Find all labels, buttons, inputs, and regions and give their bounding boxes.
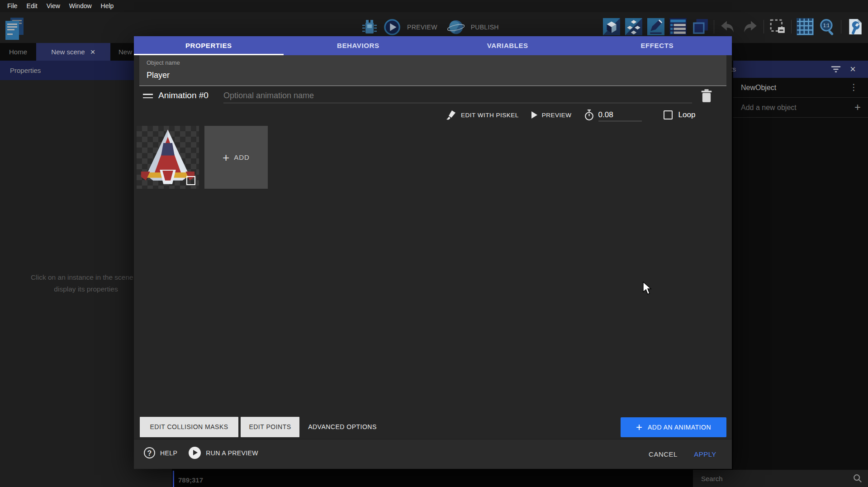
search-input[interactable] <box>701 473 837 484</box>
add-frame-label: ADD <box>234 153 250 161</box>
tab-behaviors[interactable]: BEHAVIORS <box>284 36 433 55</box>
more-vertical-icon[interactable]: ⋮ <box>849 82 858 92</box>
publish-label[interactable]: PUBLISH <box>471 24 499 31</box>
redo-icon[interactable] <box>741 18 759 35</box>
object-name-label: Object name <box>147 59 180 66</box>
objects-search-bar <box>693 470 868 487</box>
cursor-coordinates: 789;317 <box>178 476 203 484</box>
canvas-edge-accent <box>173 471 174 487</box>
close-tab-icon[interactable]: × <box>90 48 95 56</box>
run-preview-icon[interactable] <box>189 447 201 459</box>
object-name: NewObject <box>741 78 776 98</box>
object-editor-dialog: PROPERTIES BEHAVIORS VARIABLES EFFECTS O… <box>134 36 732 469</box>
dialog-tab-bar: PROPERTIES BEHAVIORS VARIABLES EFFECTS <box>134 36 732 55</box>
add-an-animation-button[interactable]: + ADD AN ANIMATION <box>621 417 726 437</box>
animation-title: Animation #0 <box>158 91 209 100</box>
plus-icon[interactable]: + <box>854 101 861 114</box>
tab-new-scene-label: New scene <box>51 43 85 61</box>
objects-panel-header: Objects × <box>733 61 868 78</box>
project-manager-icon[interactable] <box>4 17 25 41</box>
preview-label[interactable]: PREVIEW <box>407 24 437 31</box>
plus-icon: + <box>223 152 229 163</box>
edit-scene-pencil-icon[interactable] <box>647 18 664 35</box>
toolbar-separator <box>714 20 714 33</box>
drag-handle-icon[interactable] <box>143 94 153 100</box>
publish-icon[interactable] <box>447 19 465 36</box>
add-new-object-row[interactable]: Add a new object + <box>733 98 868 118</box>
tab-properties[interactable]: PROPERTIES <box>134 36 284 55</box>
menu-window[interactable]: Window <box>65 0 96 12</box>
dialog-footer: ? HELP RUN A PREVIEW CANCEL APPLY <box>134 439 732 469</box>
animation-preview-button[interactable]: PREVIEW <box>542 112 572 119</box>
trash-icon[interactable] <box>700 89 713 103</box>
sprite-frame-thumbnail[interactable] <box>137 126 199 189</box>
animation-name-input[interactable] <box>223 89 692 103</box>
menu-bar: File Edit View Window Help <box>0 0 868 12</box>
apply-button[interactable]: APPLY <box>689 448 721 461</box>
grid-icon[interactable] <box>797 18 814 35</box>
object-name-field: Object name <box>139 55 726 86</box>
debug-icon[interactable] <box>362 19 377 35</box>
stopwatch-icon <box>583 109 595 121</box>
menu-edit[interactable]: Edit <box>22 0 42 12</box>
tab-variables[interactable]: VARIABLES <box>433 36 583 55</box>
help-icon[interactable]: ? <box>144 447 155 458</box>
play-icon <box>531 111 537 119</box>
advanced-options-button[interactable]: ADVANCED OPTIONS <box>299 417 385 437</box>
filter-icon[interactable] <box>831 66 841 73</box>
menu-file[interactable]: File <box>3 0 22 12</box>
objects-panel: Objects × NewObject ⋮ Add a new object + <box>733 61 868 487</box>
help-button[interactable]: HELP <box>160 449 177 457</box>
animation-controls-row: EDIT WITH PISKEL PREVIEW Loop <box>446 107 695 123</box>
menu-view[interactable]: View <box>42 0 65 12</box>
animation-header-row: Animation #0 <box>134 86 732 109</box>
tab-new-scene[interactable]: New scene × <box>36 43 110 61</box>
menu-help[interactable]: Help <box>96 0 119 12</box>
scene-cube-icon[interactable] <box>603 18 620 35</box>
events-list-icon[interactable] <box>669 18 687 35</box>
run-a-preview-button[interactable]: RUN A PREVIEW <box>206 449 258 457</box>
layers-icon[interactable] <box>692 18 709 35</box>
frame-select-checkbox[interactable] <box>186 176 195 185</box>
loop-checkbox[interactable] <box>664 110 673 119</box>
toolbar-separator <box>841 20 841 33</box>
dialog-secondary-actions: EDIT COLLISION MASKS EDIT POINTS ADVANCE… <box>134 417 732 438</box>
object-name-input[interactable] <box>147 69 716 81</box>
wrench-settings-icon[interactable] <box>846 18 863 35</box>
add-an-animation-label: ADD AN ANIMATION <box>648 424 711 431</box>
add-frame-button[interactable]: + ADD <box>204 126 268 189</box>
brush-icon <box>446 110 457 120</box>
preview-icon[interactable] <box>384 19 401 36</box>
one-to-one-glyph: 1:1 <box>823 23 830 28</box>
edit-collision-masks-button[interactable]: EDIT COLLISION MASKS <box>140 417 238 437</box>
object-list-item[interactable]: NewObject ⋮ <box>733 78 868 98</box>
tab-home[interactable]: Home <box>0 43 36 61</box>
mouse-cursor <box>642 282 652 295</box>
plus-icon: + <box>636 422 642 433</box>
zoom-1-1-icon[interactable]: 1:1 <box>819 18 836 35</box>
tab-effects[interactable]: EFFECTS <box>583 36 732 55</box>
add-new-object-label: Add a new object <box>741 98 797 118</box>
mask-selection-icon[interactable] <box>769 18 786 35</box>
undo-icon[interactable] <box>719 18 736 35</box>
search-icon[interactable] <box>853 473 863 483</box>
time-between-frames-input[interactable] <box>598 109 642 121</box>
edit-with-piskel-button[interactable]: EDIT WITH PISKEL <box>461 112 519 119</box>
edit-points-button[interactable]: EDIT POINTS <box>241 417 299 437</box>
objects-cubes-icon[interactable] <box>625 18 642 35</box>
close-panel-icon[interactable]: × <box>850 62 856 76</box>
toolbar-separator <box>791 20 792 33</box>
cancel-button[interactable]: CANCEL <box>644 448 683 461</box>
loop-label: Loop <box>678 110 696 119</box>
toolbar-separator <box>764 20 764 33</box>
